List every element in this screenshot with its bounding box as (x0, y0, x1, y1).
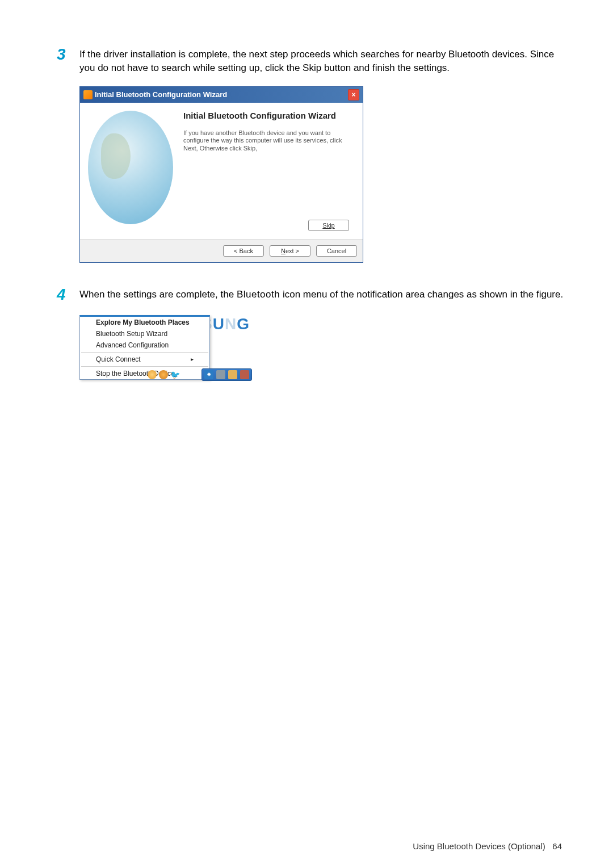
tray-orange2-icon[interactable] (159, 370, 168, 379)
dialog-paragraph: If you have another Bluetooth device and… (183, 129, 355, 153)
step-4-text: When the settings are complete, the Blue… (79, 286, 563, 304)
step-3-text: If the driver installation is complete, … (79, 45, 568, 75)
tray-bird-icon[interactable]: 🐦 (170, 370, 179, 379)
bluetooth-wizard-dialog-screenshot: Initial Bluetooth Configuration Wizard ×… (79, 86, 568, 263)
menu-item-stop-device[interactable]: Stop the Bluetooth Device (80, 368, 209, 379)
menu-item-advanced-config[interactable]: Advanced Configuration (80, 339, 209, 351)
dialog-content: Initial Bluetooth Configuration Wizard I… (173, 111, 355, 234)
skip-row: Skip (308, 220, 349, 231)
dialog-title: Initial Bluetooth Configuration Wizard (95, 90, 227, 99)
wizard-icon (83, 90, 93, 99)
dialog-titlebar: Initial Bluetooth Configuration Wizard × (80, 87, 363, 103)
dialog-heading: Initial Bluetooth Configuration Wizard (183, 111, 355, 120)
quick-connect-label: Quick Connect (96, 355, 141, 363)
step-3-number: 3 (57, 45, 79, 75)
tray-icon-3[interactable] (240, 370, 249, 379)
next-button[interactable]: Next > (270, 245, 310, 257)
globe-image (88, 111, 173, 224)
submenu-arrow-icon: ▸ (191, 356, 194, 362)
bluetooth-context-menu: Explore My Bluetooth Places Bluetooth Se… (79, 315, 210, 380)
tray-icon-2[interactable] (228, 370, 237, 379)
dialog-footer: < Back Next > Cancel (80, 239, 363, 262)
back-button[interactable]: < Back (223, 245, 264, 257)
tray-icon-1[interactable] (216, 370, 225, 379)
bluetooth-tray-icon[interactable]: ⁕ (204, 370, 213, 379)
titlebar-left: Initial Bluetooth Configuration Wizard (83, 90, 227, 99)
menu-item-quick-connect[interactable]: Quick Connect ▸ (80, 354, 209, 365)
menu-item-setup-wizard[interactable]: Bluetooth Setup Wizard (80, 328, 209, 339)
skip-button[interactable]: Skip (308, 220, 349, 231)
menu-top-border (80, 315, 209, 317)
close-button[interactable]: × (348, 89, 359, 100)
cancel-button[interactable]: Cancel (316, 245, 357, 257)
step4-text-before: When the settings are complete, the (79, 289, 237, 300)
context-menu-screenshot: SAMSUNG Explore My Bluetooth Places Blue… (79, 315, 250, 380)
system-tray: ⁕ (201, 368, 252, 381)
step4-text-after: icon menu of the notification area chang… (280, 289, 563, 300)
step-4: 4 When the settings are complete, the Bl… (57, 286, 568, 304)
menu-item-explore[interactable]: Explore My Bluetooth Places (80, 317, 209, 328)
tray-icons-left: 🐦 (148, 368, 179, 381)
dialog-body: Initial Bluetooth Configuration Wizard I… (80, 103, 363, 239)
menu-divider-1 (81, 352, 208, 353)
bluetooth-word: Bluetooth (237, 289, 280, 300)
step-4-number: 4 (57, 286, 79, 304)
dialog-window: Initial Bluetooth Configuration Wizard ×… (79, 86, 363, 263)
tray-orange-icon[interactable] (148, 370, 157, 379)
step-3: 3 If the driver installation is complete… (57, 45, 568, 75)
menu-divider-2 (81, 366, 208, 367)
